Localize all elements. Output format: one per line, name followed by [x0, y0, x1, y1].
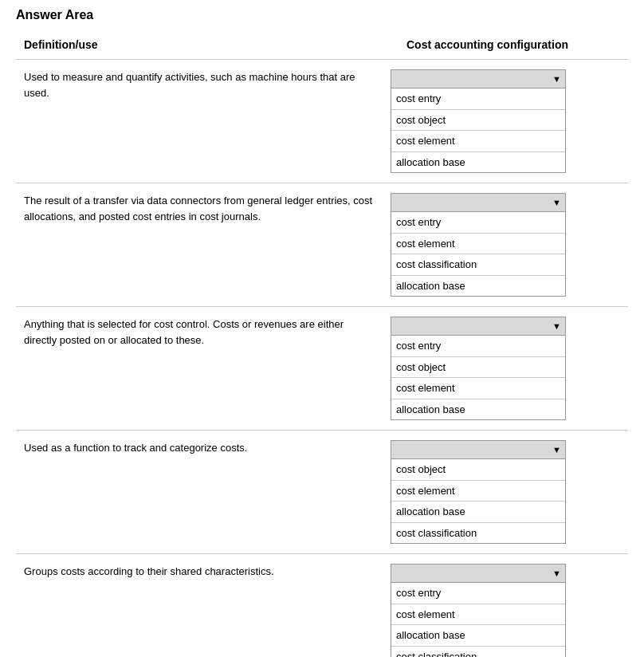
list-item[interactable]: allocation base — [391, 501, 565, 522]
list-item[interactable]: cost classification — [391, 522, 565, 544]
dropdown-select-4[interactable]: ▼ — [391, 440, 566, 459]
answer-area-content: Used to measure and quantify activities,… — [16, 59, 628, 657]
list-item[interactable]: cost element — [391, 604, 565, 625]
dropdown-container: ▼cost entrycost objectcost elementalloca… — [391, 69, 620, 173]
table-row: Used to measure and quantify activities,… — [16, 59, 628, 183]
dropdown-container: ▼cost entrycost elementcost classificati… — [391, 193, 620, 297]
page-title: Answer Area — [16, 8, 628, 22]
definition-text: Groups costs according to their shared c… — [24, 564, 391, 580]
column-header-config: Cost accounting configuration — [406, 38, 628, 51]
list-item[interactable]: cost element — [391, 233, 565, 254]
list-item[interactable]: allocation base — [391, 624, 565, 646]
definition-text: Used as a function to track and categori… — [24, 440, 391, 456]
list-item[interactable]: cost object — [391, 459, 565, 480]
chevron-down-icon: ▼ — [552, 321, 561, 331]
dropdown-options-2: cost entrycost elementcost classificatio… — [391, 212, 566, 297]
list-item[interactable]: cost element — [391, 480, 565, 502]
dropdown-select-2[interactable]: ▼ — [391, 193, 566, 212]
definition-text: The result of a transfer via data connec… — [24, 193, 391, 224]
list-item[interactable]: cost entry — [391, 336, 565, 356]
dropdown-container: ▼cost entrycost elementallocation baseco… — [391, 564, 620, 657]
list-item[interactable]: allocation base — [391, 151, 565, 173]
chevron-down-icon: ▼ — [552, 74, 561, 84]
chevron-down-icon: ▼ — [552, 198, 561, 207]
table-row: Used as a function to track and categori… — [16, 430, 628, 553]
dropdown-options-3: cost entrycost objectcost elementallocat… — [391, 336, 566, 420]
dropdown-select-5[interactable]: ▼ — [391, 564, 566, 583]
list-item[interactable]: cost entry — [391, 583, 565, 604]
table-row: Anything that is selected for cost contr… — [16, 306, 628, 430]
list-item[interactable]: cost element — [391, 130, 565, 151]
column-header-definition: Definition/use — [24, 38, 406, 51]
table-row: Groups costs according to their shared c… — [16, 553, 628, 657]
chevron-down-icon: ▼ — [552, 568, 561, 578]
chevron-down-icon: ▼ — [552, 445, 561, 454]
definition-text: Anything that is selected for cost contr… — [24, 317, 391, 348]
table-row: The result of a transfer via data connec… — [16, 183, 628, 306]
list-item[interactable]: cost classification — [391, 254, 565, 275]
dropdown-options-1: cost entrycost objectcost elementallocat… — [391, 89, 566, 173]
dropdown-select-3[interactable]: ▼ — [391, 317, 566, 336]
definition-text: Used to measure and quantify activities,… — [24, 69, 391, 100]
list-item[interactable]: cost entry — [391, 212, 565, 233]
dropdown-options-4: cost objectcost elementallocation baseco… — [391, 459, 566, 544]
dropdown-container: ▼cost objectcost elementallocation basec… — [391, 440, 620, 544]
dropdown-options-5: cost entrycost elementallocation basecos… — [391, 583, 566, 657]
list-item[interactable]: cost object — [391, 109, 565, 131]
dropdown-select-1[interactable]: ▼ — [391, 69, 566, 89]
list-item[interactable]: cost object — [391, 356, 565, 378]
list-item[interactable]: allocation base — [391, 275, 565, 297]
dropdown-container: ▼cost entrycost objectcost elementalloca… — [391, 317, 620, 420]
list-item[interactable]: cost entry — [391, 89, 565, 109]
list-item[interactable]: cost element — [391, 377, 565, 399]
list-item[interactable]: allocation base — [391, 399, 565, 420]
list-item[interactable]: cost classification — [391, 646, 565, 658]
